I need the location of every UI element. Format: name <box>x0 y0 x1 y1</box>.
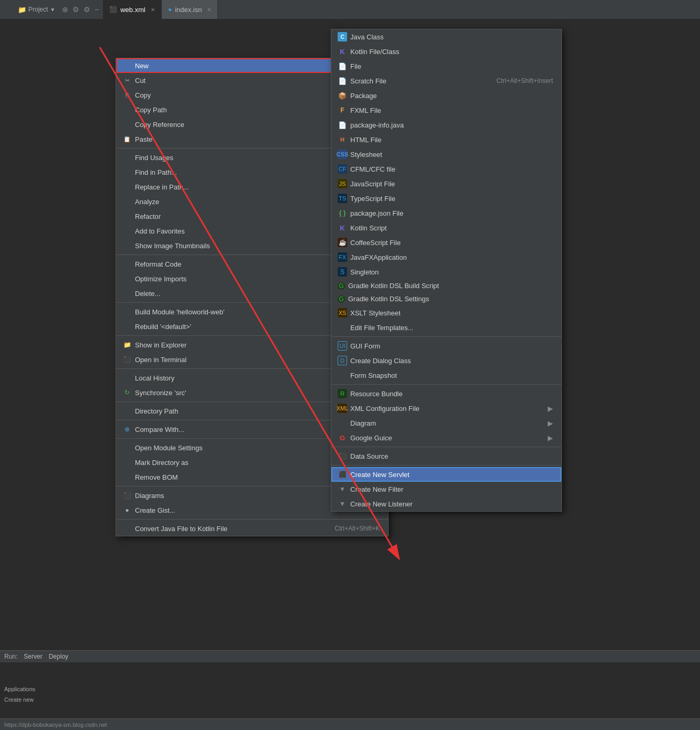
menu-item-form-snapshot[interactable]: Form Snapshot <box>331 368 561 383</box>
guice-icon: G <box>338 433 347 442</box>
menu-item-kotlin-script[interactable]: K Kotlin Script <box>331 220 561 235</box>
optimize-icon <box>122 274 132 283</box>
gui-icon: UI <box>338 341 347 351</box>
menu-item-ts[interactable]: TS TypeScript File <box>331 191 561 206</box>
java-icon: ● <box>168 6 172 13</box>
paste-icon: 📋 <box>122 134 132 144</box>
menu-item-create-servlet[interactable]: ⬛ Create New Servlet <box>331 467 561 482</box>
java-class-label: Java Class <box>350 33 553 41</box>
thumbnails-icon <box>122 241 132 250</box>
run-panel-header: Run: Server Deploy <box>0 651 700 662</box>
delete-icon <box>122 289 132 298</box>
menu-item-data-source[interactable]: ⬛ Data Source <box>331 449 561 463</box>
gui-form-label: GUI Form <box>350 342 553 350</box>
menu-item-diagram[interactable]: Diagram ▶ <box>331 416 561 430</box>
dialog-class-label: Create Dialog Class <box>350 357 553 365</box>
menu-item-html[interactable]: H HTML File <box>331 132 561 147</box>
create-listener-label: Create New Listener <box>350 500 553 508</box>
menu-item-scratch-file[interactable]: 📄 Scratch File Ctrl+Alt+Shift+Insert <box>331 73 561 88</box>
file-label: File <box>350 62 553 70</box>
new-icon <box>122 61 132 70</box>
menu-item-resource-bundle[interactable]: R Resource Bundle <box>331 386 561 401</box>
menu-item-gui-form[interactable]: UI GUI Form <box>331 338 561 353</box>
menu-item-google-guice[interactable]: G Google Guice ▶ <box>331 430 561 445</box>
menu-item-package-json[interactable]: { } package.json File <box>331 206 561 220</box>
reformat-label: Reformat Code <box>135 260 331 268</box>
menu-item-create-filter[interactable]: ▼ Create New Filter <box>331 482 561 496</box>
close-tab-icon[interactable]: ✕ <box>151 7 155 13</box>
menu-item-edit-templates[interactable]: Edit File Templates... <box>331 320 561 335</box>
menu-item-package[interactable]: 📦 Package <box>331 88 561 103</box>
xml-config-arrow: ▶ <box>548 405 553 412</box>
html-label: HTML File <box>350 136 553 144</box>
menu-item-kotlin-file[interactable]: K Kotlin File/Class <box>331 44 561 59</box>
menu-item-convert-java[interactable]: Convert Java File to Kotlin File Ctrl+Al… <box>116 521 388 536</box>
xml-icon: ⬛ <box>109 6 117 13</box>
find-usages-icon <box>122 153 132 162</box>
gradle-settings-label: Gradle Kotlin DSL Settings <box>348 295 553 303</box>
cut-icon: ✂ <box>122 76 132 85</box>
local-history-icon <box>122 373 132 383</box>
menu-item-file[interactable]: 📄 File <box>331 59 561 73</box>
filter-icon[interactable]: ⚙ <box>72 5 79 14</box>
status-bar: https://dpb-bobokaoya-sm.blog.csdn.net <box>0 718 700 730</box>
project-panel-header[interactable]: 📁 Project ▼ <box>14 6 58 14</box>
menu-item-stylesheet[interactable]: CSS Stylesheet <box>331 147 561 162</box>
menu-item-package-info[interactable]: 📄 package-info.java <box>331 118 561 132</box>
json-icon: { } <box>338 208 347 218</box>
menu-item-js[interactable]: JS JavaScript File <box>331 176 561 191</box>
close-tab-index-icon[interactable]: ✕ <box>207 7 211 13</box>
gradle-build-label: Gradle Kotlin DSL Build Script <box>348 282 553 290</box>
menu-item-singleton[interactable]: S Singleton <box>331 265 561 279</box>
menu-item-dialog-class[interactable]: D Create Dialog Class <box>331 353 561 368</box>
menu-item-gradle-build[interactable]: G Gradle Kotlin DSL Build Script <box>331 279 561 292</box>
package-info-label: package-info.java <box>350 121 553 129</box>
globe-icon[interactable]: ⊕ <box>62 5 68 14</box>
menu-item-cfml[interactable]: CF CFML/CFC file <box>331 162 561 176</box>
menu-item-gradle-settings[interactable]: G Gradle Kotlin DSL Settings <box>331 292 561 305</box>
guice-arrow: ▶ <box>548 434 553 442</box>
separator-right-4 <box>331 465 561 465</box>
datasource-icon: ⬛ <box>338 451 347 461</box>
deploy-tab[interactable]: Deploy <box>49 653 68 660</box>
xslt-label: XSLT Stylesheet <box>350 309 553 317</box>
analyze-icon <box>122 197 132 206</box>
html-icon: H <box>338 135 347 144</box>
scratch-icon: 📄 <box>338 76 347 86</box>
dir-path-icon <box>122 406 132 416</box>
dialog-icon: D <box>338 356 347 365</box>
sync-icon: ↻ <box>122 388 132 397</box>
settings-icon[interactable]: ⚙ <box>83 5 90 14</box>
filter-menu-icon: ▼ <box>338 484 347 494</box>
kotlin-icon: K <box>338 47 347 56</box>
chevron-down-icon: ▼ <box>50 7 55 13</box>
tab-label-index-isn: index.isn <box>175 6 202 14</box>
java-class-icon: C <box>338 32 347 41</box>
menu-item-create-listener[interactable]: ▼ Create New Listener <box>331 496 561 511</box>
sidebar-applications[interactable]: Applications <box>2 685 37 693</box>
menu-item-xslt[interactable]: XS XSLT Stylesheet <box>331 305 561 320</box>
tab-web-xml[interactable]: ⬛ web.xml ✕ <box>103 0 162 19</box>
fxml-label: FXML File <box>350 107 553 114</box>
create-filter-label: Create New Filter <box>350 485 553 493</box>
menu-item-javafx[interactable]: FX JavaFXApplication <box>331 250 561 265</box>
file-icon: 📄 <box>338 61 347 71</box>
scratch-file-label: Scratch File <box>350 77 475 85</box>
menu-item-xml-config[interactable]: XML XML Configuration File ▶ <box>331 401 561 416</box>
kotlin-script-icon: K <box>338 223 347 232</box>
diagrams-icon: ⬛ <box>122 491 132 500</box>
sidebar-create-new[interactable]: Create new <box>2 695 37 704</box>
minimize-icon[interactable]: − <box>95 5 99 14</box>
menu-item-fxml[interactable]: F FXML File <box>331 103 561 118</box>
delete-label: Delete... <box>135 290 340 298</box>
compare-label: Compare With... <box>135 426 341 433</box>
menu-item-coffeescript[interactable]: ☕ CoffeeScript File <box>331 235 561 250</box>
menu-item-java-class[interactable]: C Java Class <box>331 29 561 44</box>
tab-index-isn[interactable]: ● index.isn ✕ <box>162 0 218 19</box>
copy-label: Copy <box>135 91 341 99</box>
javafx-icon: FX <box>338 252 347 262</box>
server-tab[interactable]: Server <box>24 653 42 660</box>
xml-config-label: XML Configuration File <box>350 405 548 412</box>
ts-label: TypeScript File <box>350 195 553 203</box>
sidebar-bottom: Applications Create new <box>2 685 37 704</box>
